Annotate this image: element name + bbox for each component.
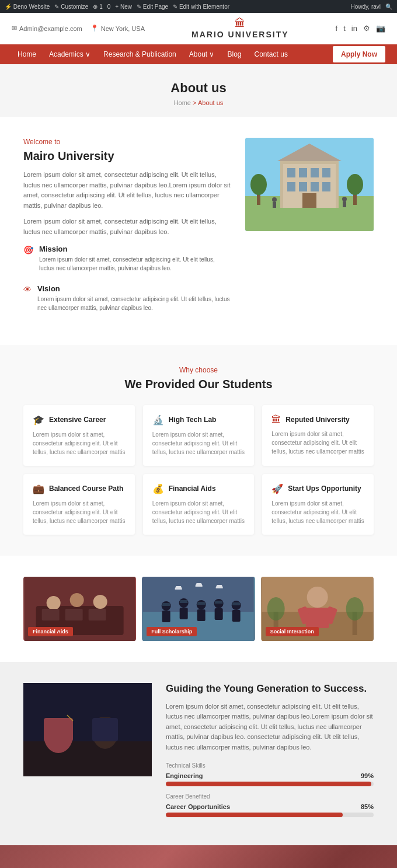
top-bar: ✉ Admin@example.com 📍 New York, USA 🏛 MA… <box>0 13 397 44</box>
lab-icon: 🔬 <box>152 414 164 426</box>
skills-image <box>23 683 152 776</box>
settings-icon[interactable]: ⚙ <box>363 24 370 33</box>
breadcrumb-current: About us <box>198 99 223 106</box>
nav-home[interactable]: Home <box>12 44 42 64</box>
nav-blog[interactable]: Blog <box>221 44 247 64</box>
admin-bar-right: Howdy, ravi 🔍 <box>351 4 393 10</box>
vision-icon: 👁 <box>23 285 32 294</box>
nav-contact[interactable]: Contact us <box>249 44 294 64</box>
svg-point-24 <box>47 596 61 610</box>
breadcrumb-home[interactable]: Home <box>174 99 191 106</box>
admin-bar-left: ⚡ Deno Website ✎ Customize ⊕ 1 0 + New ✎… <box>5 4 229 10</box>
svg-rect-39 <box>197 609 206 621</box>
admin-customize[interactable]: ✎ Customize <box>54 4 88 10</box>
admin-zero[interactable]: 0 <box>107 4 111 10</box>
admin-user: Howdy, ravi <box>351 4 381 10</box>
skills-description: Lorem ipsum dolor sit amet, consectetur … <box>166 702 374 753</box>
facebook-icon[interactable]: f <box>336 24 338 33</box>
engineering-percent: 99% <box>361 772 374 779</box>
why-title: We Provided Our Students <box>23 378 374 391</box>
svg-rect-5 <box>299 168 307 177</box>
svg-rect-8 <box>287 182 295 191</box>
university-text: Lorem ipsum dolor sit amet, consectetur … <box>271 430 364 456</box>
technical-skills-section: Technical Skills Engineering 99% <box>166 762 374 786</box>
gallery-item-scholarship: Full Scholarship <box>142 577 255 641</box>
mission-icon: 🎯 <box>23 245 33 255</box>
feature-header-lab: 🔬 High Tech Lab <box>152 414 245 426</box>
svg-point-17 <box>347 174 363 195</box>
about-image <box>245 138 374 324</box>
course-icon: 💼 <box>33 483 44 494</box>
admin-edit-elementor[interactable]: ✎ Edit with Elementor <box>173 4 229 10</box>
svg-rect-45 <box>232 610 241 622</box>
svg-marker-48 <box>175 586 182 588</box>
admin-bar: ⚡ Deno Website ✎ Customize ⊕ 1 0 + New ✎… <box>0 0 397 13</box>
startup-icon: 🚀 <box>271 483 283 494</box>
svg-rect-42 <box>215 608 223 620</box>
nav-about[interactable]: About ∨ <box>183 44 221 64</box>
svg-rect-19 <box>273 202 276 208</box>
twitter-icon[interactable]: t <box>343 24 346 33</box>
admin-counter[interactable]: ⊕ 1 <box>93 4 102 10</box>
nav-research[interactable]: Research & Publication <box>97 44 182 64</box>
admin-search-icon[interactable]: 🔍 <box>385 4 392 10</box>
email-text: Admin@example.com <box>19 25 82 32</box>
location-info: 📍 New York, USA <box>90 25 145 32</box>
contact-info: ✉ Admin@example.com 📍 New York, USA <box>12 25 145 32</box>
university-building-image <box>245 138 374 231</box>
admin-edit-page[interactable]: ✎ Edit Page <box>137 4 168 10</box>
svg-rect-47 <box>175 588 182 590</box>
mission-text: Lorem ipsum dolor sit amet, consectetur … <box>39 255 231 273</box>
feature-card-startup: 🚀 Start Ups Opportunity Lorem ipsum dolo… <box>262 474 374 535</box>
mission-title: Mission <box>39 245 231 253</box>
university-title: Reputed University <box>285 416 349 424</box>
feature-header-startup: 🚀 Start Ups Opportunity <box>271 483 364 494</box>
svg-point-55 <box>307 587 328 608</box>
skills-section: Guiding the Young Generation to Success.… <box>0 662 397 845</box>
about-para-1: Lorem ipsum dolor sit amet, consectetur … <box>23 170 231 211</box>
gallery-section: Financial Aids <box>0 556 397 662</box>
feature-card-university: 🏛 Reputed University Lorem ipsum dolor s… <box>262 405 374 466</box>
social-links: f t in ⚙ 📷 <box>336 24 385 33</box>
nav-academics[interactable]: Academics ∨ <box>43 44 96 64</box>
instagram-icon[interactable]: 📷 <box>376 24 385 33</box>
svg-rect-51 <box>216 587 223 588</box>
gallery-label-social: Social Interaction <box>266 627 319 636</box>
svg-marker-52 <box>216 585 223 587</box>
course-text: Lorem ipsum dolor sit amet, consectetur … <box>33 499 126 525</box>
welcome-label: Welcome to <box>23 138 231 146</box>
career-icon: 🎓 <box>33 414 44 426</box>
linkedin-icon[interactable]: in <box>351 24 357 33</box>
svg-point-20 <box>342 197 347 201</box>
about-para-2: Lorem ipsum dolor sit amet, consectetur … <box>23 217 231 237</box>
admin-deno[interactable]: ⚡ Deno Website <box>5 4 50 10</box>
admin-new[interactable]: + New <box>115 4 132 10</box>
about-section: Welcome to Mairo University Lorem ipsum … <box>0 117 397 345</box>
svg-rect-12 <box>302 193 316 208</box>
feature-header-career: 🎓 Extensive Career <box>33 414 126 426</box>
svg-marker-50 <box>196 583 203 585</box>
vision-item: 👁 Vision Lorem ipsum dolor sit amet, con… <box>23 284 231 318</box>
svg-rect-28 <box>65 609 83 621</box>
startup-text: Lorem ipsum dolor sit amet, consectetur … <box>271 499 364 525</box>
svg-rect-4 <box>287 168 295 177</box>
navigation: Home Academics ∨ Research & Publication … <box>0 44 397 64</box>
svg-rect-7 <box>322 168 330 177</box>
technical-skills-label: Technical Skills <box>166 762 374 769</box>
career-skills-section: Career Benefited Career Opportunities 85… <box>166 793 374 817</box>
career-skills-label: Career Benefited <box>166 793 374 800</box>
video-bg <box>0 845 397 868</box>
why-choose-section: Why choose We Provided Our Students 🎓 Ex… <box>0 345 397 556</box>
svg-rect-29 <box>89 609 106 621</box>
apply-button[interactable]: Apply Now <box>333 46 385 62</box>
engineering-label-row: Engineering 99% <box>166 772 374 779</box>
career-label-row: Career Opportunities 85% <box>166 803 374 810</box>
logo[interactable]: 🏛 MARIO UNIVERSITY <box>191 18 289 39</box>
email-icon: ✉ <box>12 25 17 32</box>
startup-title: Start Ups Opportunity <box>288 484 361 493</box>
feature-card-financial: 💰 Financial Aids Lorem ipsum dolor sit a… <box>143 474 255 535</box>
feature-header-financial: 💰 Financial Aids <box>152 483 245 494</box>
svg-point-25 <box>70 593 84 607</box>
vision-title: Vision <box>37 284 231 293</box>
nav-links: Home Academics ∨ Research & Publication … <box>12 44 294 64</box>
